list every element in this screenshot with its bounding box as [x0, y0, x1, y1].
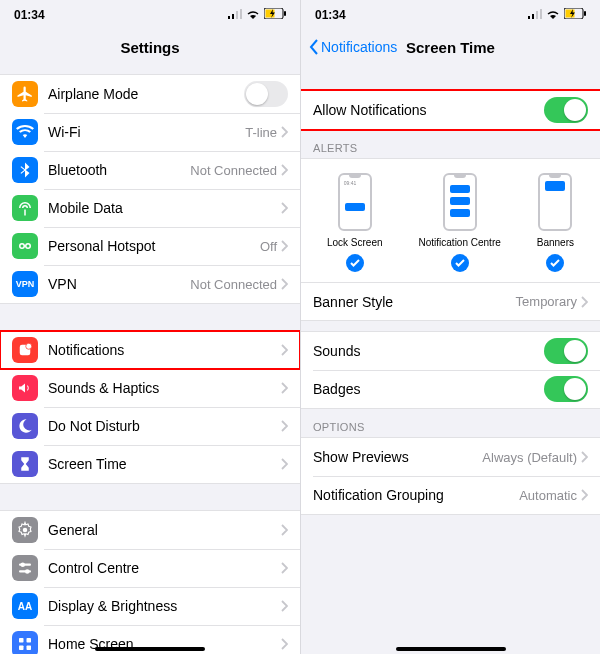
sounds-switch[interactable]	[544, 338, 588, 364]
chevron-right-icon	[281, 240, 288, 252]
row-control-centre[interactable]: Control Centre	[0, 549, 300, 587]
home-indicator[interactable]	[396, 647, 506, 651]
antenna-icon	[12, 195, 38, 221]
vpn-icon: VPN	[12, 271, 38, 297]
chevron-right-icon	[281, 524, 288, 536]
alert-styles-row: 09:41 Lock Screen Notification Centre Ba…	[301, 159, 600, 282]
hotspot-icon	[12, 233, 38, 259]
sound-badge-group: Sounds Badges	[301, 331, 600, 409]
svg-point-10	[26, 343, 32, 349]
chevron-right-icon	[581, 451, 588, 463]
svg-rect-27	[532, 14, 534, 19]
phone-preview-nc	[443, 173, 477, 231]
row-hotspot[interactable]: Personal Hotspot Off	[0, 227, 300, 265]
status-time: 01:34	[315, 8, 346, 22]
settings-group-1: Airplane Mode Wi-Fi T-line Bluetooth Not…	[0, 74, 300, 304]
row-notification-grouping[interactable]: Notification Grouping Automatic	[301, 476, 600, 514]
grid-icon	[12, 631, 38, 654]
gear-icon	[12, 517, 38, 543]
alert-label: Notification Centre	[419, 237, 501, 248]
row-bluetooth[interactable]: Bluetooth Not Connected	[0, 151, 300, 189]
row-label: General	[48, 522, 281, 538]
chevron-right-icon	[281, 202, 288, 214]
svg-rect-28	[536, 11, 538, 19]
svg-rect-1	[232, 14, 234, 19]
settings-group-3: General Control Centre AA Display & Brig…	[0, 510, 300, 654]
row-label: Personal Hotspot	[48, 238, 260, 254]
row-label: Sounds	[313, 343, 544, 359]
back-button[interactable]: Notifications	[309, 39, 397, 55]
row-banner-style[interactable]: Banner Style Temporary	[301, 282, 600, 320]
allow-switch[interactable]	[544, 97, 588, 123]
svg-rect-32	[584, 11, 586, 16]
chevron-right-icon	[281, 638, 288, 650]
row-airplane[interactable]: Airplane Mode	[0, 75, 300, 113]
sounds-icon	[12, 375, 38, 401]
row-label: Control Centre	[48, 560, 281, 576]
row-label: Mobile Data	[48, 200, 281, 216]
row-screentime[interactable]: Screen Time	[0, 445, 300, 483]
svg-rect-19	[27, 646, 32, 651]
chevron-right-icon	[281, 382, 288, 394]
row-label: Notifications	[48, 342, 281, 358]
svg-rect-16	[19, 638, 24, 643]
row-mobile-data[interactable]: Mobile Data	[0, 189, 300, 227]
hourglass-icon	[12, 451, 38, 477]
home-indicator[interactable]	[95, 647, 205, 651]
row-label: Sounds & Haptics	[48, 380, 281, 396]
row-value: Automatic	[519, 488, 577, 503]
row-allow-notifications[interactable]: Allow Notifications	[301, 91, 600, 129]
sliders-icon	[12, 555, 38, 581]
row-label: Badges	[313, 381, 544, 397]
row-label: Do Not Disturb	[48, 418, 281, 434]
alerts-group: 09:41 Lock Screen Notification Centre Ba…	[301, 158, 600, 321]
row-label: Screen Time	[48, 456, 281, 472]
chevron-right-icon	[581, 489, 588, 501]
page-title: Settings	[120, 39, 179, 56]
display-icon: AA	[12, 593, 38, 619]
alerts-header: ALERTS	[301, 130, 600, 158]
row-notifications[interactable]: Notifications	[0, 331, 300, 369]
row-display[interactable]: AA Display & Brightness	[0, 587, 300, 625]
row-dnd[interactable]: Do Not Disturb	[0, 407, 300, 445]
svg-point-11	[23, 528, 28, 533]
alert-lock-screen[interactable]: 09:41 Lock Screen	[327, 173, 383, 272]
wifi-icon	[546, 8, 560, 22]
row-label: Airplane Mode	[48, 86, 244, 102]
svg-point-15	[25, 569, 30, 574]
alert-banners[interactable]: Banners	[537, 173, 574, 272]
row-wifi[interactable]: Wi-Fi T-line	[0, 113, 300, 151]
options-group: Show Previews Always (Default) Notificat…	[301, 437, 600, 515]
row-label: Display & Brightness	[48, 598, 281, 614]
chevron-right-icon	[281, 126, 288, 138]
row-label: Wi-Fi	[48, 124, 245, 140]
status-indicators	[228, 8, 286, 22]
check-icon	[451, 254, 469, 272]
status-indicators	[528, 8, 586, 22]
row-general[interactable]: General	[0, 511, 300, 549]
svg-point-14	[21, 562, 26, 567]
row-show-previews[interactable]: Show Previews Always (Default)	[301, 438, 600, 476]
notifications-icon	[12, 337, 38, 363]
status-time: 01:34	[14, 8, 45, 22]
svg-point-8	[26, 244, 31, 249]
row-sounds-haptics[interactable]: Sounds & Haptics	[0, 369, 300, 407]
row-badges[interactable]: Badges	[301, 370, 600, 408]
wifi-icon	[246, 8, 260, 22]
chevron-right-icon	[281, 458, 288, 470]
wifi-icon	[12, 119, 38, 145]
svg-point-7	[20, 244, 25, 249]
chevron-left-icon	[309, 39, 319, 55]
page-title: Screen Time	[406, 39, 495, 56]
row-label: Bluetooth	[48, 162, 190, 178]
row-value: Always (Default)	[482, 450, 577, 465]
status-bar: 01:34	[0, 0, 300, 30]
badges-switch[interactable]	[544, 376, 588, 402]
navbar-detail: Notifications Screen Time	[301, 30, 600, 64]
status-bar: 01:34	[301, 0, 600, 30]
row-value: Temporary	[516, 294, 577, 309]
row-vpn[interactable]: VPN VPN Not Connected	[0, 265, 300, 303]
alert-notification-centre[interactable]: Notification Centre	[419, 173, 501, 272]
airplane-switch[interactable]	[244, 81, 288, 107]
row-sounds[interactable]: Sounds	[301, 332, 600, 370]
